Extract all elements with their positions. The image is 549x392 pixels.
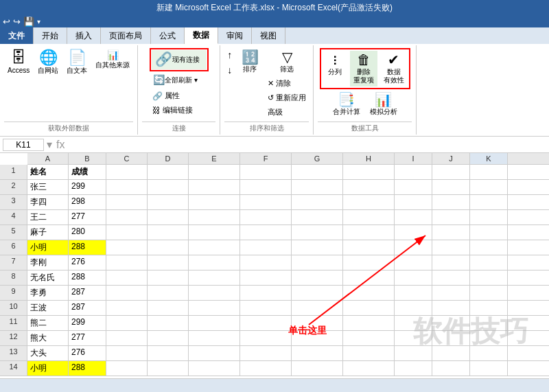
- cell[interactable]: [343, 255, 395, 270]
- cell[interactable]: [106, 346, 148, 360]
- cell[interactable]: [395, 301, 432, 315]
- remove-dup-button[interactable]: 🗑 删除重复项: [350, 51, 377, 87]
- cell[interactable]: [106, 195, 148, 209]
- cell[interactable]: [292, 255, 343, 270]
- cell[interactable]: [148, 346, 189, 360]
- cell[interactable]: [148, 165, 189, 179]
- cell[interactable]: [432, 255, 470, 270]
- cell[interactable]: [148, 301, 189, 315]
- clear-button[interactable]: ✕ 清除: [265, 77, 309, 90]
- cell[interactable]: [395, 331, 432, 345]
- cell[interactable]: [470, 165, 508, 179]
- cell[interactable]: [106, 316, 148, 330]
- cell[interactable]: [470, 225, 508, 240]
- existing-button[interactable]: 🔗 现有连接: [152, 50, 207, 69]
- cell[interactable]: [470, 316, 508, 330]
- whatif-button[interactable]: 📊 模拟分析: [366, 91, 401, 118]
- cell[interactable]: [106, 270, 148, 285]
- cell[interactable]: 298: [69, 195, 106, 209]
- cell[interactable]: [432, 331, 470, 345]
- cell[interactable]: [240, 195, 292, 209]
- cell[interactable]: [432, 316, 470, 330]
- cell[interactable]: [343, 316, 395, 330]
- tab-formula[interactable]: 公式: [151, 27, 185, 44]
- cell[interactable]: [343, 165, 395, 179]
- cell[interactable]: [395, 255, 432, 270]
- cell[interactable]: [106, 255, 148, 270]
- cell[interactable]: [470, 240, 508, 255]
- cell[interactable]: 288: [69, 240, 106, 255]
- cell[interactable]: 280: [69, 225, 106, 240]
- validate-button[interactable]: ✔ 数据有效性: [380, 51, 408, 87]
- cell[interactable]: 288: [69, 361, 106, 376]
- cell[interactable]: 276: [69, 255, 106, 270]
- cell[interactable]: [343, 210, 395, 224]
- cell[interactable]: 无名氏: [27, 270, 69, 285]
- cell[interactable]: [343, 195, 395, 209]
- advanced-button[interactable]: 高级: [265, 106, 309, 119]
- qa-dropdown[interactable]: ▾: [37, 18, 40, 25]
- cell[interactable]: [240, 180, 292, 194]
- cell[interactable]: [189, 225, 240, 240]
- cell[interactable]: [395, 346, 432, 360]
- cell[interactable]: [395, 225, 432, 240]
- cell[interactable]: [470, 286, 508, 300]
- cell[interactable]: [470, 180, 508, 194]
- tab-view[interactable]: 视图: [252, 27, 285, 44]
- cell[interactable]: [432, 270, 470, 285]
- cell[interactable]: [189, 210, 240, 224]
- cell[interactable]: [432, 286, 470, 300]
- cell[interactable]: 小明: [27, 361, 69, 376]
- cell[interactable]: [343, 361, 395, 376]
- cell[interactable]: [189, 346, 240, 360]
- refresh-button[interactable]: 🔄 全部刷新 ▾: [150, 73, 201, 88]
- qa-redo[interactable]: ↪: [13, 16, 21, 27]
- cell[interactable]: [292, 195, 343, 209]
- cell[interactable]: [343, 225, 395, 240]
- cell[interactable]: 麻子: [27, 225, 69, 240]
- cell[interactable]: [432, 180, 470, 194]
- cell[interactable]: [189, 240, 240, 255]
- cell[interactable]: 熊二: [27, 316, 69, 330]
- formula-input[interactable]: [69, 139, 546, 150]
- cell[interactable]: 王波: [27, 301, 69, 315]
- cell[interactable]: [470, 255, 508, 270]
- cell[interactable]: [240, 301, 292, 315]
- cell[interactable]: [189, 361, 240, 376]
- cell[interactable]: 299: [69, 180, 106, 194]
- cell[interactable]: [106, 225, 148, 240]
- cell[interactable]: [395, 210, 432, 224]
- cell[interactable]: [470, 210, 508, 224]
- cell[interactable]: [432, 361, 470, 376]
- cell[interactable]: [148, 361, 189, 376]
- cell[interactable]: [395, 240, 432, 255]
- cell[interactable]: [189, 165, 240, 179]
- cell[interactable]: [189, 316, 240, 330]
- cell[interactable]: [470, 195, 508, 209]
- cell[interactable]: [395, 270, 432, 285]
- cell[interactable]: [292, 210, 343, 224]
- cell[interactable]: [189, 195, 240, 209]
- properties-button[interactable]: 🔗 属性: [150, 89, 183, 102]
- cell[interactable]: [106, 210, 148, 224]
- cell[interactable]: [343, 270, 395, 285]
- cell[interactable]: 成绩: [69, 165, 106, 179]
- cell[interactable]: [148, 316, 189, 330]
- cell[interactable]: 王二: [27, 210, 69, 224]
- cell[interactable]: [432, 301, 470, 315]
- cell[interactable]: [292, 346, 343, 360]
- cell[interactable]: 张三: [27, 180, 69, 194]
- cell[interactable]: [470, 346, 508, 360]
- cell[interactable]: [343, 346, 395, 360]
- cell[interactable]: 小明: [27, 240, 69, 255]
- cell[interactable]: [292, 301, 343, 315]
- cell[interactable]: [148, 286, 189, 300]
- cell[interactable]: [106, 361, 148, 376]
- cell[interactable]: [395, 361, 432, 376]
- cell[interactable]: [432, 195, 470, 209]
- cell[interactable]: [343, 331, 395, 345]
- cell[interactable]: [106, 165, 148, 179]
- cell[interactable]: [240, 286, 292, 300]
- tab-review[interactable]: 审阅: [218, 27, 252, 44]
- cell[interactable]: [395, 165, 432, 179]
